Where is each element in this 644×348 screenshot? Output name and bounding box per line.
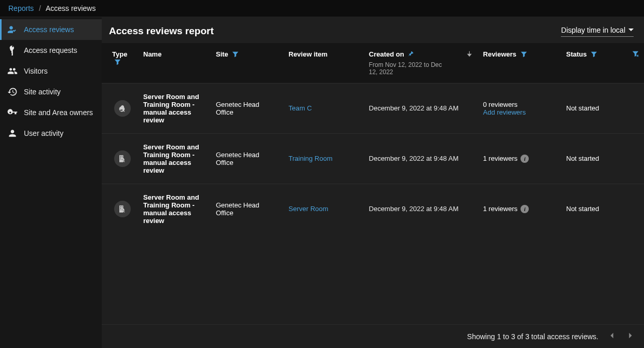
breadcrumb-sep: / [39, 4, 41, 12]
history-icon [7, 87, 18, 97]
table-row[interactable]: Server Room and Training Room - manual a… [102, 83, 644, 133]
sort-desc-icon[interactable] [466, 50, 473, 59]
col-type-label: Type [112, 50, 127, 58]
sidebar-item-label: Access requests [24, 46, 77, 54]
row-name: Server Room and Training Room - manual a… [138, 184, 211, 234]
col-status[interactable]: Status [561, 43, 644, 83]
sidebar-item-visitors[interactable]: Visitors [0, 61, 102, 81]
sidebar-item-site-area-owners[interactable]: Site and Area owners [0, 102, 102, 123]
reviewers-count: 1 reviewers [483, 205, 517, 213]
row-site: Genetec Head Office [211, 133, 283, 184]
key-icon [7, 45, 18, 55]
row-created: December 9, 2022 at 9:48 AM [364, 83, 478, 133]
add-reviewers-link[interactable]: Add reviewers [483, 108, 556, 116]
table-footer: Showing 1 to 3 of 3 total access reviews… [102, 324, 644, 348]
user-activity-icon [7, 128, 18, 138]
col-created-label: Created on [369, 50, 404, 58]
table-row[interactable]: Server Room and Training Room - manual a… [102, 133, 644, 184]
page-prev[interactable] [609, 332, 616, 341]
col-reviewers-label: Reviewers [483, 50, 516, 58]
col-review-item-label: Review item [289, 50, 327, 58]
row-type-icon [114, 201, 131, 217]
col-name[interactable]: Name [138, 43, 211, 83]
time-toggle-label: Display time in local [561, 26, 625, 34]
footer-summary: Showing 1 to 3 of 3 total access reviews… [467, 332, 598, 341]
breadcrumb-current: Access reviews [46, 4, 95, 12]
review-item-link[interactable]: Team C [289, 104, 312, 112]
info-icon[interactable]: i [520, 155, 529, 163]
col-name-label: Name [143, 50, 161, 58]
people-icon [7, 66, 18, 76]
col-review-item[interactable]: Review item [283, 43, 364, 83]
col-created-range: From Nov 12, 2022 to Dec 12, 2022 [369, 61, 447, 76]
sidebar-item-label: Access reviews [24, 25, 74, 34]
page-next[interactable] [626, 332, 634, 341]
row-created: December 9, 2022 at 9:48 AM [364, 184, 478, 234]
sidebar-item-label: Site activity [24, 88, 61, 96]
main: Access reviews report Display time in lo… [102, 17, 644, 348]
breadcrumb: Reports / Access reviews [0, 0, 644, 17]
col-site[interactable]: Site [211, 43, 283, 83]
row-status: Not started [561, 83, 644, 133]
sidebar-item-access-requests[interactable]: Access requests [0, 40, 102, 61]
sidebar-item-site-activity[interactable]: Site activity [0, 81, 102, 102]
sidebar-item-access-reviews[interactable]: Access reviews [0, 19, 102, 40]
row-created: December 9, 2022 at 9:48 AM [364, 133, 478, 184]
table-row[interactable]: Server Room and Training Room - manual a… [102, 184, 644, 234]
row-name: Server Room and Training Room - manual a… [138, 133, 211, 184]
col-created[interactable]: Created on From Nov 12, 2022 to Dec 12, … [364, 43, 478, 83]
breadcrumb-root[interactable]: Reports [8, 4, 34, 12]
col-type[interactable]: Type [102, 43, 138, 83]
row-name: Server Room and Training Room - manual a… [138, 83, 211, 133]
key2-icon [7, 107, 18, 118]
time-display-toggle[interactable]: Display time in local [561, 26, 634, 37]
sidebar-item-label: Site and Area owners [24, 108, 93, 117]
info-icon[interactable]: i [520, 205, 529, 213]
filter-icon[interactable] [232, 51, 239, 59]
sidebar: Access reviews Access requests Visitors … [0, 17, 102, 348]
col-status-label: Status [566, 50, 587, 58]
person-check-icon [7, 24, 18, 35]
reviewers-count: 0 reviewers [483, 101, 556, 108]
col-site-label: Site [216, 50, 228, 58]
review-item-link[interactable]: Training Room [289, 155, 333, 162]
col-reviewers[interactable]: Reviewers [478, 43, 561, 83]
chevron-down-icon [628, 26, 634, 34]
pin-icon[interactable] [408, 51, 415, 59]
filter-icon[interactable] [114, 59, 121, 67]
filter-icon[interactable] [520, 51, 527, 59]
filter-icon[interactable] [591, 51, 597, 59]
row-status: Not started [561, 184, 644, 234]
row-site: Genetec Head Office [211, 184, 283, 234]
clear-filters-icon[interactable] [632, 50, 639, 59]
row-site: Genetec Head Office [211, 83, 283, 133]
sidebar-item-label: User activity [24, 129, 63, 137]
reviewers-count: 1 reviewers [483, 155, 517, 162]
sidebar-item-user-activity[interactable]: User activity [0, 123, 102, 144]
row-type-icon [114, 100, 131, 117]
review-item-link[interactable]: Server Room [289, 205, 328, 213]
reviews-table: Type Name Site Review item Created on [102, 43, 644, 234]
row-type-icon [114, 150, 131, 167]
sidebar-item-label: Visitors [24, 67, 48, 75]
row-status: Not started [561, 133, 644, 184]
page-title: Access reviews report [109, 25, 214, 37]
